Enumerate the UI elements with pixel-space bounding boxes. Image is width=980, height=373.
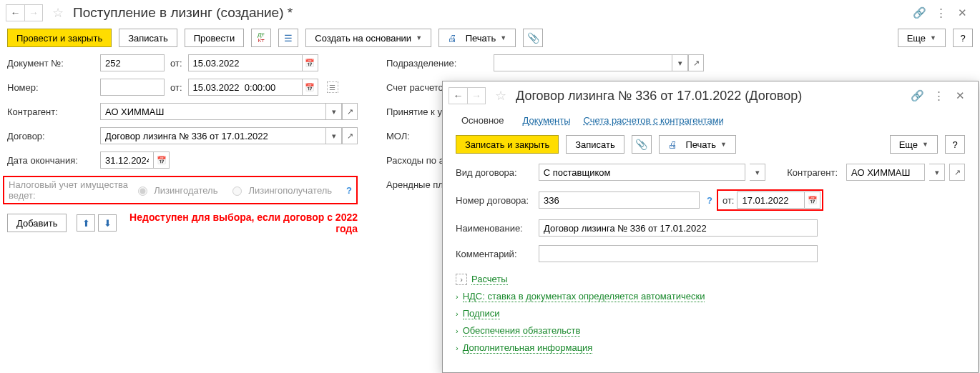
tab-main[interactable]: Основное [456,113,510,128]
open-icon-3[interactable]: ↗ [688,54,704,71]
more-button[interactable]: Еще▼ [898,29,946,47]
tab-accounts[interactable]: Счета расчетов с контрагентами [584,115,724,126]
help-icon[interactable]: ? [346,185,352,196]
nav-back-button[interactable]: ← [6,4,24,21]
popup-print-button[interactable]: 🖨 Печать▼ [659,135,736,154]
popup-save-close-button[interactable]: Записать и закрыть [456,135,559,154]
open-icon-2[interactable]: ↗ [342,127,358,144]
save-button[interactable]: Записать [119,29,177,47]
link-icon[interactable]: 🔗 [913,6,926,19]
attach-button[interactable]: 📎 [523,29,543,47]
radio-lessor-label: Лизингодатель [154,185,217,196]
label-contract: Договор: [7,131,100,141]
popup-close-icon[interactable]: ✕ [954,89,966,102]
counterparty-input[interactable] [100,103,326,120]
popup-counterparty-input[interactable] [846,164,925,181]
contract-input[interactable] [100,127,326,144]
move-down-button[interactable]: ⬇ [98,214,117,232]
popup-header: ← → ☆ Договор лизинга № 336 от 17.01.202… [443,81,978,110]
label-contract-type: Вид договора: [456,167,534,178]
expand-moreinfo[interactable]: › Дополнительная информация [456,339,965,357]
doc-num-input[interactable] [100,54,165,71]
tab-docs[interactable]: Документы [523,115,571,126]
calendar-icon-3[interactable]: 📅 [154,151,170,169]
structure-button[interactable]: ☰ [278,29,298,47]
popup-help-button[interactable]: ? [945,135,965,154]
print-button[interactable]: 🖨 Печать▼ [438,29,516,47]
help-icon-cn[interactable]: ? [707,195,712,206]
list-icon[interactable]: ☰ [327,81,338,93]
label-end-date: Дата окончания: [7,155,100,166]
popup-save-button[interactable]: Записать [566,135,624,154]
popup-tabs: Основное Документы Счета расчетов с конт… [443,110,978,135]
nav-forward-button[interactable]: → [24,4,43,21]
popup-title: Договор лизинга № 336 от 17.01.2022 (Дог… [516,89,908,104]
label-popup-counterparty: Контрагент: [787,167,838,178]
calendar-icon[interactable]: 📅 [303,54,318,71]
label-department: Подразделение: [386,58,494,69]
move-up-button[interactable]: ⬆ [77,214,95,232]
label-number: Номер: [7,82,100,93]
expand-oblig[interactable]: › Обеспечения обязательств [456,322,965,339]
expand-sign[interactable]: › Подписи [456,305,965,322]
main-toolbar: Провести и закрыть Записать Провести ДᴛК… [0,26,980,54]
popup-star-icon[interactable]: ☆ [493,88,509,104]
post-close-button[interactable]: Провести и закрыть [7,29,112,47]
calendar-icon-popup[interactable]: 📅 [805,192,820,209]
contract-no-input[interactable] [539,192,700,209]
dropdown-icon[interactable]: ▾ [326,103,342,120]
popup-nav-forward[interactable]: → [467,87,486,104]
contract-popup: ← → ☆ Договор лизинга № 336 от 17.01.202… [442,81,979,373]
num-date-input[interactable] [188,79,303,96]
label-doc-num: Документ №: [7,58,100,69]
close-icon[interactable]: ✕ [956,6,969,19]
label-from-2: от: [170,82,182,93]
dropdown-icon-cp[interactable]: ▾ [929,164,945,181]
chevron-right-icon: › [456,292,459,301]
add-button[interactable]: Добавить [7,214,67,232]
contract-type-input[interactable] [539,164,746,181]
open-icon-cp[interactable]: ↗ [949,164,965,181]
date-highlight: от: 📅 [717,189,824,211]
warning-note: Недоступен для выбора, если договор с 20… [127,212,358,234]
popup-more-button[interactable]: Еще▼ [890,135,938,154]
open-icon[interactable]: ↗ [342,103,358,120]
name-input[interactable] [539,219,818,237]
popup-link-icon[interactable]: 🔗 [911,89,923,102]
radio-lessee-label: Лизингополучатель [248,185,332,196]
chevron-right-icon: › [456,327,459,335]
radio-lessor [138,186,147,196]
label-tax: Налоговый учет имущества ведет: [9,179,130,201]
end-date-input[interactable] [100,151,154,169]
create-based-button[interactable]: Создать на основании▼ [305,29,431,47]
popup-kebab-icon[interactable]: ⋮ [932,89,945,102]
window-title: Поступление в лизинг (создание) * [73,5,910,21]
contract-date-input[interactable] [737,192,805,209]
label-comment: Комментарий: [456,249,534,259]
dropdown-icon-3[interactable]: ▾ [672,54,688,71]
main-header: ← → ☆ Поступление в лизинг (создание) * … [0,0,980,26]
popup-nav-back[interactable]: ← [449,87,467,104]
doc-date-input[interactable] [188,54,303,71]
calendar-icon-2[interactable]: 📅 [303,79,318,96]
department-input[interactable] [494,54,672,71]
chevron-right-icon: › [456,344,459,352]
label-from-popup: от: [722,195,735,206]
expand-vat[interactable]: › НДС: ставка в документах определяется … [456,288,965,305]
label-contract-no: Номер договора: [456,195,534,206]
help-button[interactable]: ? [953,29,973,47]
comment-input[interactable] [539,245,818,262]
expand-calc[interactable]: › Расчеты [456,271,965,288]
label-counterparty: Контрагент: [7,106,100,117]
dropdown-icon-ct[interactable]: ▾ [750,164,765,181]
label-name: Наименование: [456,223,534,234]
label-from-1: от: [170,58,182,69]
post-button[interactable]: Провести [185,29,245,47]
dtkt-button[interactable]: ДᴛКᴛ [251,29,271,47]
popup-attach-button[interactable]: 📎 [632,135,652,154]
kebab-icon[interactable]: ⋮ [934,6,947,19]
number-input[interactable] [100,79,165,96]
dropdown-icon-2[interactable]: ▾ [326,127,342,144]
star-icon[interactable]: ☆ [50,5,66,21]
radio-lessee [232,186,242,196]
